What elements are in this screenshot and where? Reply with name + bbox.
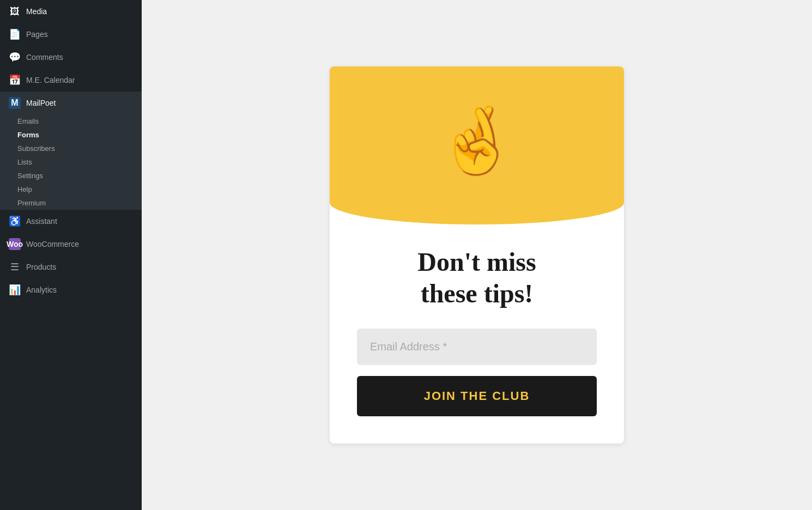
crossed-fingers-emoji: 🤞 bbox=[436, 107, 518, 173]
submenu-item-emails[interactable]: Emails bbox=[9, 114, 142, 128]
woocommerce-icon: Woo bbox=[9, 238, 21, 250]
mailpoet-icon: M bbox=[9, 97, 21, 109]
sidebar-item-label: M.E. Calendar bbox=[26, 76, 75, 84]
sidebar-item-label: Assistant bbox=[26, 217, 57, 226]
calendar-icon: 📅 bbox=[9, 74, 21, 86]
assistant-icon: ♿ bbox=[9, 215, 21, 227]
sidebar-item-label: Products bbox=[26, 263, 56, 271]
sidebar-item-comments[interactable]: 💬 Comments bbox=[0, 46, 142, 69]
sidebar-item-label: MailPoet bbox=[26, 99, 56, 107]
sidebar-item-products[interactable]: ☰ Products bbox=[0, 256, 142, 278]
comments-icon: 💬 bbox=[9, 51, 21, 63]
submenu-item-forms[interactable]: Forms bbox=[9, 128, 142, 142]
sidebar-item-label: Comments bbox=[26, 53, 63, 62]
submenu-item-lists[interactable]: Lists bbox=[9, 155, 142, 169]
sidebar-item-media[interactable]: 🖼 Media bbox=[0, 0, 142, 23]
sidebar-item-woocommerce[interactable]: Woo WooCommerce bbox=[0, 233, 142, 256]
sidebar-item-analytics[interactable]: 📊 Analytics bbox=[0, 278, 142, 301]
sidebar-item-label: Media bbox=[26, 7, 47, 16]
submenu-item-subscribers[interactable]: Subscribers bbox=[9, 142, 142, 155]
form-body: Don't miss these tips! JOIN THE CLUB bbox=[330, 224, 624, 444]
sidebar-item-assistant[interactable]: ♿ Assistant bbox=[0, 210, 142, 233]
sidebar: 🖼 Media 📄 Pages 💬 Comments 📅 M.E. Calend… bbox=[0, 0, 142, 510]
sidebar-item-label: WooCommerce bbox=[26, 240, 79, 248]
sidebar-item-label: Analytics bbox=[26, 286, 57, 294]
submenu-item-premium[interactable]: Premium bbox=[9, 196, 142, 210]
form-heading-line2: these tips! bbox=[421, 279, 534, 308]
mailpoet-submenu: Emails Forms Subscribers Lists Settings … bbox=[0, 114, 142, 210]
form-preview: 🤞 Don't miss these tips! JOIN THE CLUB bbox=[330, 66, 624, 444]
submenu-item-help[interactable]: Help bbox=[9, 183, 142, 196]
sidebar-item-pages[interactable]: 📄 Pages bbox=[0, 23, 142, 46]
sidebar-item-me-calendar[interactable]: 📅 M.E. Calendar bbox=[0, 69, 142, 92]
products-icon: ☰ bbox=[9, 261, 21, 273]
form-image-area: 🤞 bbox=[330, 66, 624, 224]
sidebar-item-mailpoet[interactable]: M MailPoet bbox=[0, 92, 142, 114]
form-heading: Don't miss these tips! bbox=[357, 246, 597, 309]
analytics-icon: 📊 bbox=[9, 284, 21, 296]
join-button[interactable]: JOIN THE CLUB bbox=[357, 376, 597, 416]
pages-icon: 📄 bbox=[9, 28, 21, 40]
sidebar-item-label: Pages bbox=[26, 30, 48, 39]
main-content: 🤞 Don't miss these tips! JOIN THE CLUB bbox=[142, 0, 812, 510]
submenu-item-settings[interactable]: Settings bbox=[9, 169, 142, 183]
form-heading-line1: Don't miss bbox=[417, 247, 536, 276]
media-icon: 🖼 bbox=[9, 5, 21, 17]
email-input[interactable] bbox=[357, 329, 597, 365]
